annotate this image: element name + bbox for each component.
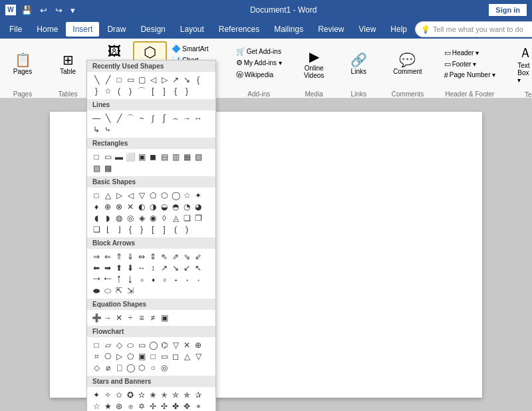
shape-line[interactable]: ╲ <box>91 74 102 85</box>
menu-layout[interactable]: Layout <box>174 22 211 37</box>
shape-st10[interactable]: ✰ <box>193 390 203 400</box>
shape-rect-r6[interactable]: ◼ <box>148 152 158 162</box>
shape-arc[interactable]: ⌒ <box>136 86 147 96</box>
shape-fc2[interactable]: ▱ <box>102 340 113 350</box>
save-button[interactable]: 💾 <box>19 4 35 17</box>
shape-bs33[interactable]: ⌋ <box>114 224 124 235</box>
shape-bs28[interactable]: ◬ <box>170 213 181 223</box>
shape-eq1[interactable]: ➕ <box>91 313 102 323</box>
shape-rect-r11[interactable]: ▨ <box>91 163 102 174</box>
shape-bs25[interactable]: ◈ <box>136 213 147 223</box>
menu-design[interactable]: Design <box>134 22 172 37</box>
shape-bs24[interactable]: ◎ <box>125 213 136 223</box>
shape-dbl-arr[interactable]: ↔ <box>193 113 203 124</box>
my-addins-button[interactable]: ⚙ My Add-ins ▾ <box>234 58 284 68</box>
shape-fc10[interactable]: ⊕ <box>193 340 203 350</box>
shape-bs17[interactable]: ◒ <box>159 202 170 212</box>
shape-fc7[interactable]: ⌬ <box>159 340 170 350</box>
shape-rect-r4[interactable]: ⬜ <box>125 152 136 162</box>
shape-fc24[interactable]: ◯ <box>125 362 136 373</box>
shape-cbrace1[interactable]: { <box>170 86 181 96</box>
shape-ba10[interactable]: ⇙ <box>193 251 203 262</box>
shape-ba6[interactable]: ⇕ <box>148 251 158 262</box>
shape-ba4[interactable]: ⇓ <box>125 251 136 262</box>
shape-bs36[interactable]: [ <box>148 224 158 235</box>
shape-bs13[interactable]: ⊗ <box>114 202 124 212</box>
shape-st7[interactable]: ✭ <box>159 390 170 400</box>
shape-rect[interactable]: □ <box>114 74 124 85</box>
shape-bs23[interactable]: ◍ <box>114 213 124 223</box>
shape-rect-r9[interactable]: ▦ <box>182 152 192 162</box>
shape-ba33[interactable]: ⇱ <box>114 285 124 296</box>
shape-st18[interactable]: ✤ <box>170 401 181 411</box>
shape-ba16[interactable]: ↕ <box>148 263 158 273</box>
shape-bs32[interactable]: ⌊ <box>102 224 113 235</box>
shape-ba7[interactable]: ⇖ <box>159 251 170 262</box>
shape-bs12[interactable]: ⊕ <box>102 202 113 212</box>
shape-ba29[interactable]: ⬪ <box>182 274 192 285</box>
shape-arrow4[interactable]: ↘ <box>182 74 192 85</box>
shape-fc16[interactable]: □ <box>148 351 158 362</box>
smartart-button[interactable]: 🔷 SmartArt <box>170 44 218 54</box>
shape-eq2[interactable]: → <box>102 313 113 323</box>
shape-bs11[interactable]: ♦ <box>91 202 102 212</box>
shape-st15[interactable]: ✡ <box>136 401 147 411</box>
shape-arc2[interactable]: ⌢ <box>170 113 181 124</box>
shape-bs39[interactable]: ) <box>182 224 192 235</box>
menu-draw[interactable]: Draw <box>100 22 132 37</box>
shape-freeform[interactable]: ∫ <box>148 113 158 124</box>
shape-st12[interactable]: ★ <box>102 401 113 411</box>
shape-bs18[interactable]: ◓ <box>170 202 181 212</box>
shape-ba15[interactable]: ↔ <box>136 263 147 273</box>
shape-fc8[interactable]: ▽ <box>170 340 181 350</box>
shape-rect2[interactable]: ▭ <box>125 74 136 85</box>
shape-fc22[interactable]: ⌀ <box>102 362 113 373</box>
shape-st4[interactable]: ✪ <box>125 390 136 400</box>
shape-bs10[interactable]: ✦ <box>193 190 203 201</box>
get-addins-button[interactable]: 🛒 Get Add-ins <box>234 47 283 57</box>
redo-button[interactable]: ↪ <box>53 4 65 17</box>
shape-bs34[interactable]: { <box>125 224 136 235</box>
shape-ba3[interactable]: ⇑ <box>114 251 124 262</box>
sign-in-button[interactable]: Sign in <box>489 4 527 16</box>
menu-view[interactable]: View <box>352 22 383 37</box>
shape-ba20[interactable]: ↖ <box>193 263 203 273</box>
shape-fc5[interactable]: ▭ <box>136 340 147 350</box>
shape-st16[interactable]: ✢ <box>148 401 158 411</box>
shape-ba30[interactable]: ⬫ <box>193 274 203 285</box>
shape-ba13[interactable]: ⬆ <box>114 263 124 273</box>
shape-brace1[interactable]: { <box>193 74 203 85</box>
shape-arrow1[interactable]: ◁ <box>148 74 158 85</box>
shape-ba24[interactable]: ⭣ <box>125 274 136 285</box>
page-number-button[interactable]: # Page Number ▾ <box>442 70 498 80</box>
shape-ba22[interactable]: ⭠ <box>102 274 113 285</box>
shape-bs30[interactable]: ❒ <box>193 213 203 223</box>
shape-ba2[interactable]: ⇐ <box>102 251 113 262</box>
shape-fc13[interactable]: ▷ <box>114 351 124 362</box>
shape-bs3[interactable]: ▷ <box>114 190 124 201</box>
shape-elbow[interactable]: ↳ <box>91 124 102 135</box>
shape-ba1[interactable]: ⇒ <box>91 251 102 262</box>
shape-curve2[interactable]: ~ <box>136 113 147 124</box>
shape-star[interactable]: ☆ <box>102 86 113 96</box>
shape-scribble[interactable]: ʃ <box>159 113 170 124</box>
shape-fc25[interactable]: ⬡ <box>136 362 147 373</box>
shape-ba14[interactable]: ⬇ <box>125 263 136 273</box>
shape-bs7[interactable]: ⬡ <box>159 190 170 201</box>
shape-fc1[interactable]: □ <box>91 340 102 350</box>
shape-bs37[interactable]: ] <box>159 224 170 235</box>
menu-insert[interactable]: Insert <box>66 22 99 37</box>
shape-rect-r3[interactable]: ▬ <box>114 152 124 162</box>
text-box-button[interactable]: Ａ TextBox ▾ <box>513 41 532 86</box>
shape-eq6[interactable]: ≠ <box>148 313 158 323</box>
shape-fc19[interactable]: △ <box>182 351 192 362</box>
undo-button[interactable]: ↩ <box>37 4 50 17</box>
shape-rect-r7[interactable]: ▤ <box>159 152 170 162</box>
shape-ba28[interactable]: ⬩ <box>170 274 181 285</box>
footer-button[interactable]: ▭ Footer ▾ <box>442 59 479 69</box>
shape-st9[interactable]: ✯ <box>182 390 192 400</box>
shape-bs19[interactable]: ◔ <box>182 202 192 212</box>
shape-fc12[interactable]: ⎔ <box>102 351 113 362</box>
shape-st11[interactable]: ☆ <box>91 401 102 411</box>
shape-st13[interactable]: ⊛ <box>114 401 124 411</box>
